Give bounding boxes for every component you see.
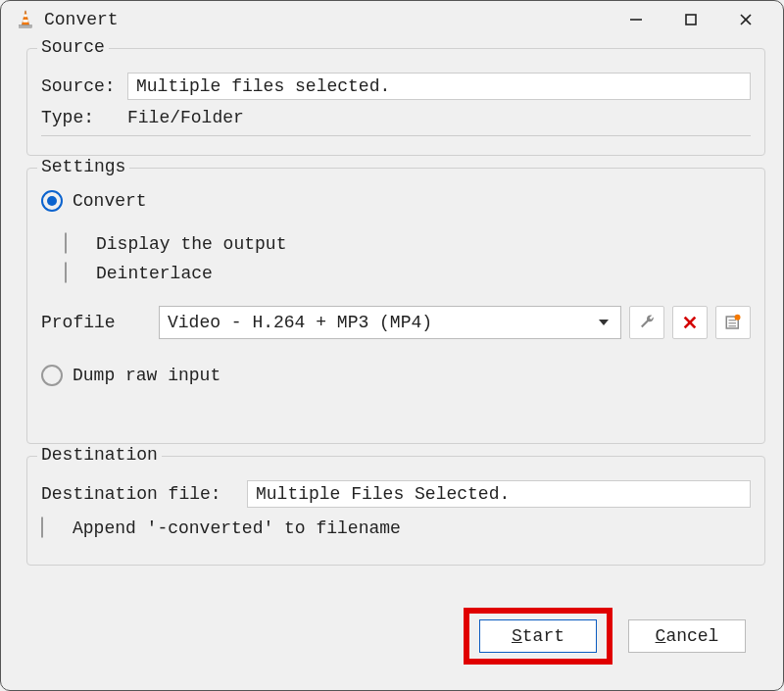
wrench-icon (638, 314, 656, 331)
minimize-button[interactable] (609, 4, 663, 35)
dump-raw-radio[interactable] (41, 365, 63, 386)
convert-radio-label: Convert (73, 191, 147, 211)
new-profile-icon (724, 314, 742, 331)
profile-value: Video - H.264 + MP3 (MP4) (168, 313, 599, 332)
close-button[interactable] (718, 4, 773, 35)
svg-point-13 (735, 315, 741, 321)
svg-rect-2 (20, 25, 32, 28)
source-legend: Source (37, 37, 109, 57)
dest-file-field[interactable]: Multiple Files Selected. (247, 480, 751, 508)
convert-radio-row[interactable]: Convert (41, 190, 751, 212)
delete-profile-button[interactable] (672, 306, 708, 339)
append-row[interactable]: Append '-converted' to filename (41, 518, 751, 539)
chevron-down-icon (599, 320, 609, 325)
type-label: Type: (41, 108, 127, 127)
window-buttons (609, 4, 773, 35)
delete-icon (682, 315, 698, 330)
title-bar: Convert (1, 1, 783, 38)
svg-rect-4 (686, 15, 696, 25)
divider (41, 135, 751, 136)
source-group: Source Source: Multiple files selected. … (26, 48, 765, 156)
destination-legend: Destination (37, 445, 162, 465)
append-checkbox[interactable] (41, 518, 63, 539)
display-output-label: Display the output (96, 234, 286, 254)
settings-group: Settings Convert Display the output Dein… (26, 168, 765, 444)
dest-file-row: Destination file: Multiple Files Selecte… (41, 480, 751, 508)
start-underline: S (512, 626, 522, 646)
dump-raw-label: Dump raw input (73, 366, 220, 385)
cancel-button[interactable]: Cancel (628, 619, 746, 653)
dest-file-label: Destination file: (41, 484, 247, 504)
cancel-underline: C (656, 626, 666, 646)
source-row: Source: Multiple files selected. (41, 73, 751, 100)
profile-label: Profile (41, 313, 159, 332)
type-row: Type: File/Folder (41, 108, 751, 127)
source-label: Source: (41, 76, 127, 96)
deinterlace-label: Deinterlace (96, 264, 213, 283)
window-title: Convert (44, 10, 609, 29)
start-button[interactable]: Start (479, 619, 597, 653)
type-value: File/Folder (127, 108, 751, 127)
svg-rect-0 (24, 15, 27, 18)
append-label: Append '-converted' to filename (73, 518, 401, 538)
cancel-rest: ancel (665, 626, 718, 646)
profile-combo[interactable]: Video - H.264 + MP3 (MP4) (159, 306, 621, 339)
new-profile-button[interactable] (715, 306, 751, 339)
destination-group: Destination Destination file: Multiple F… (26, 456, 765, 566)
display-output-checkbox[interactable] (65, 233, 86, 255)
settings-legend: Settings (37, 157, 129, 176)
profile-row: Profile Video - H.264 + MP3 (MP4) (41, 306, 751, 339)
source-field[interactable]: Multiple files selected. (127, 73, 751, 100)
content-area: Source Source: Multiple files selected. … (26, 48, 765, 670)
start-highlight: Start (464, 608, 612, 665)
maximize-button[interactable] (663, 4, 718, 35)
start-rest: tart (522, 626, 564, 646)
button-bar: Start Cancel (464, 608, 746, 665)
edit-profile-button[interactable] (629, 306, 664, 339)
deinterlace-row[interactable]: Deinterlace (65, 263, 751, 284)
svg-rect-1 (23, 20, 28, 23)
convert-window: Convert Source Source: Multiple files se… (0, 0, 784, 691)
vlc-icon (15, 9, 36, 30)
deinterlace-checkbox[interactable] (65, 263, 86, 284)
display-output-row[interactable]: Display the output (65, 233, 751, 255)
convert-radio[interactable] (41, 190, 63, 212)
dump-raw-radio-row[interactable]: Dump raw input (41, 365, 751, 386)
